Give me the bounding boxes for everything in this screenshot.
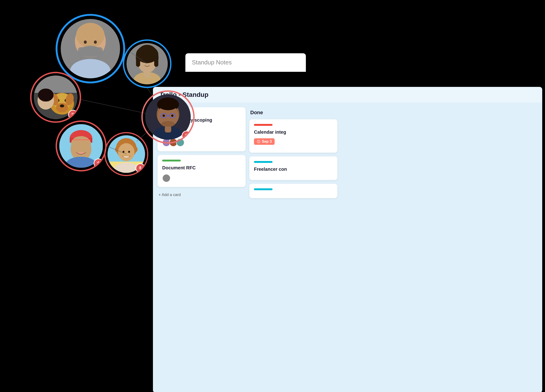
card-due-3: Sep 3 [254, 138, 275, 145]
svg-rect-45 [165, 126, 171, 132]
trello-board-panel: Trello - Standup Project Firefly scoping… [153, 87, 542, 392]
svg-point-42 [162, 114, 165, 117]
svg-rect-15 [136, 55, 140, 67]
svg-point-67 [128, 151, 130, 153]
avatar-woman-dark-hair [123, 39, 172, 88]
card-title-4: Freelancer con [254, 166, 333, 172]
avatar-bearded-man [56, 14, 125, 83]
svg-point-66 [123, 151, 124, 153]
svg-point-32 [42, 100, 44, 101]
svg-point-24 [56, 103, 68, 112]
card-color-bar-4 [254, 161, 272, 163]
svg-point-9 [70, 59, 111, 78]
svg-point-43 [171, 114, 173, 117]
svg-point-38 [158, 98, 178, 110]
card-color-bar-2 [162, 160, 181, 161]
standup-panel-title: Standup Notes [192, 59, 299, 66]
svg-point-20 [149, 60, 151, 62]
card-avatars-2 [162, 174, 241, 182]
add-card-label: + Add a card [159, 193, 181, 197]
avatar-indian-man [141, 90, 195, 144]
svg-point-46 [161, 121, 175, 127]
mute-badge-6 [136, 163, 145, 173]
svg-point-25 [60, 104, 64, 108]
svg-point-19 [143, 60, 145, 62]
kanban-card-2: Document RFC [158, 155, 246, 187]
standup-notes-panel: Standup Notes [185, 53, 306, 72]
svg-point-33 [48, 100, 49, 101]
card-title-3: Calendar integ [254, 129, 333, 135]
card-title-2: Document RFC [162, 165, 241, 171]
card-color-bar-3 [254, 124, 272, 126]
mute-badge-5 [94, 159, 103, 168]
card-due-text-3: Sep 3 [262, 140, 272, 144]
svg-rect-16 [154, 55, 158, 67]
kanban-col-done: Done Calendar integ Sep 3 Freelancer con [249, 107, 337, 316]
avatar-curly-hair-man [104, 132, 148, 176]
mute-badge-3 [68, 110, 78, 120]
svg-point-54 [71, 136, 91, 152]
trello-header: Trello - Standup [153, 87, 542, 103]
done-col-header: Done [249, 107, 337, 119]
svg-point-31 [38, 89, 54, 102]
mute-badge-4 [182, 131, 191, 141]
svg-rect-18 [144, 72, 150, 78]
svg-point-10 [84, 41, 87, 44]
card-avatar-2a [162, 174, 171, 182]
card-color-bar-5 [254, 188, 272, 190]
avatar-man-hat [56, 121, 107, 172]
svg-rect-8 [78, 47, 103, 56]
svg-point-6 [76, 23, 105, 48]
svg-point-11 [94, 41, 97, 44]
avatar-woman-dog [30, 72, 81, 123]
kanban-card-5 [249, 184, 337, 198]
kanban-card-3: Calendar integ Sep 3 [249, 119, 337, 153]
kanban-card-4: Freelancer con [249, 156, 337, 180]
clock-icon-3 [257, 140, 260, 143]
svg-point-65 [118, 143, 134, 161]
trello-body: Project Firefly scoping Oct 1 Document R… [153, 103, 542, 320]
add-card-button[interactable]: + Add a card [158, 191, 246, 199]
